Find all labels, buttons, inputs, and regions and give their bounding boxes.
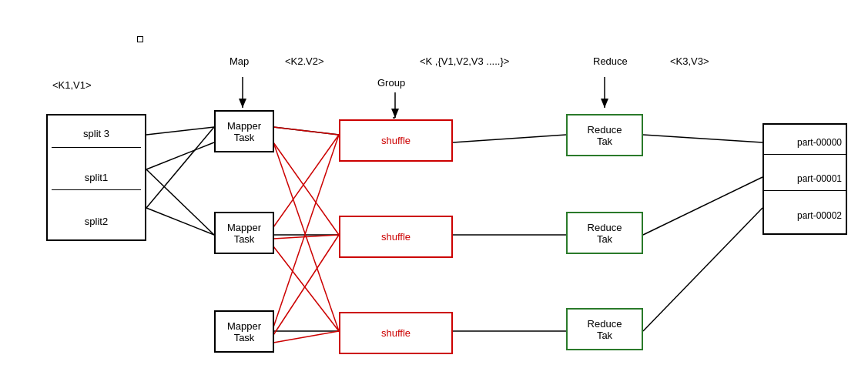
output-part-00000: part-00000 bbox=[764, 131, 846, 155]
reduce-task-1: ReduceTak bbox=[566, 114, 643, 156]
svg-line-3 bbox=[146, 127, 214, 208]
label-reduce: Reduce bbox=[593, 55, 628, 67]
split-2-label: split2 bbox=[52, 208, 141, 227]
svg-line-20 bbox=[643, 135, 762, 142]
label-k3v3: <K3,V3> bbox=[670, 55, 709, 67]
svg-line-16 bbox=[273, 331, 339, 343]
svg-line-9 bbox=[273, 142, 339, 235]
svg-line-15 bbox=[273, 235, 339, 335]
svg-line-1 bbox=[146, 142, 214, 169]
split-3-label: split 3 bbox=[52, 128, 141, 148]
reduce-task-3: ReduceTak bbox=[566, 308, 643, 350]
svg-line-14 bbox=[273, 135, 339, 327]
svg-line-17 bbox=[453, 135, 566, 142]
reduce-task-1-label: ReduceTak bbox=[588, 124, 622, 147]
label-k-v1v2v3: <K ,{V1,V2,V3 .....}> bbox=[420, 55, 509, 67]
svg-line-2 bbox=[146, 208, 214, 235]
mapper-task-2-label: MapperTask bbox=[227, 222, 261, 245]
label-group: Group bbox=[377, 77, 405, 89]
mapper-task-3-label: MapperTask bbox=[227, 320, 261, 343]
shuffle-1: shuffle bbox=[339, 119, 453, 162]
split-container: split 3 split1 split2 bbox=[46, 114, 146, 241]
label-map: Map bbox=[230, 55, 249, 67]
svg-marker-24 bbox=[239, 99, 246, 108]
shuffle-1-label: shuffle bbox=[381, 135, 411, 146]
split-1-label: split1 bbox=[52, 166, 141, 190]
mapper-task-3: MapperTask bbox=[214, 310, 274, 353]
label-k1v1: <K1,V1> bbox=[52, 79, 92, 91]
svg-marker-28 bbox=[391, 109, 399, 118]
reduce-task-3-label: ReduceTak bbox=[588, 318, 622, 341]
output-part-00002: part-00002 bbox=[764, 204, 846, 227]
mapper-task-1-label: MapperTask bbox=[227, 120, 261, 143]
shuffle-2-label: shuffle bbox=[381, 231, 411, 243]
label-k2v2: <K2.V2> bbox=[285, 55, 324, 67]
small-square-decoration bbox=[137, 36, 143, 42]
mapper-task-2: MapperTask bbox=[214, 212, 274, 254]
reduce-task-2: ReduceTak bbox=[566, 212, 643, 254]
shuffle-2: shuffle bbox=[339, 216, 453, 258]
svg-line-13 bbox=[273, 246, 339, 331]
svg-line-11 bbox=[273, 135, 339, 227]
mapper-task-1: MapperTask bbox=[214, 110, 274, 152]
output-container: part-00000 part-00001 part-00002 bbox=[762, 123, 847, 235]
svg-line-0 bbox=[146, 127, 214, 135]
shuffle-3-label: shuffle bbox=[381, 327, 411, 339]
reduce-task-2-label: ReduceTak bbox=[588, 222, 622, 245]
svg-line-8 bbox=[273, 127, 339, 135]
svg-marker-26 bbox=[601, 99, 608, 108]
output-part-00001: part-00001 bbox=[764, 167, 846, 191]
shuffle-3: shuffle bbox=[339, 312, 453, 354]
svg-line-4 bbox=[146, 169, 214, 235]
